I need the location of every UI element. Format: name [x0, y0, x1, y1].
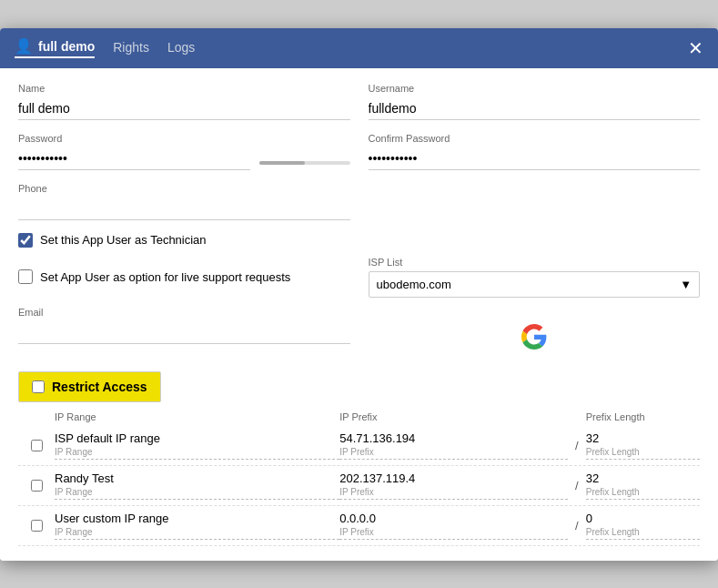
email-google-row: Email	[18, 307, 700, 359]
password-label: Password	[18, 133, 350, 144]
length-cell-3: 0 Prefix Length	[586, 512, 700, 540]
confirm-password-group: Confirm Password	[369, 133, 701, 170]
phone-input[interactable]	[18, 198, 350, 220]
prefix-cell-2: 202.137.119.4 IP Prefix	[339, 471, 568, 500]
live-support-checkbox[interactable]	[18, 269, 33, 284]
dropdown-arrow-icon: ▼	[680, 278, 692, 291]
length-sublabel-2: Prefix Length	[586, 487, 700, 500]
isp-dropdown[interactable]: ubodemo.com ▼	[369, 271, 701, 298]
slash-3: /	[568, 519, 586, 532]
range-cell-1: ISP default IP range IP Range	[55, 431, 339, 460]
range-cell-3: User custom IP range IP Range	[55, 512, 339, 540]
user-icon: 👤	[15, 37, 33, 55]
length-sublabel-1: Prefix Length	[586, 447, 700, 460]
range-cell-2: Randy Test IP Range	[55, 471, 339, 500]
password-input[interactable]	[18, 147, 250, 170]
password-group: Password	[18, 133, 350, 170]
email-group: Email	[18, 307, 350, 344]
live-support-row: Set App User as option for live support …	[18, 269, 350, 284]
header-prefix: IP Prefix	[339, 411, 568, 422]
range-name-2: Randy Test	[55, 471, 339, 485]
rights-tab[interactable]: Rights	[113, 40, 149, 56]
name-username-row: Name Username	[18, 83, 700, 120]
technician-row: Set this App User as Technician	[18, 233, 700, 248]
logs-tab[interactable]: Logs	[167, 40, 195, 56]
table-row: ISP default IP range IP Range 54.71.136.…	[18, 426, 700, 466]
modal-header: 👤 full demo Rights Logs ✕	[0, 28, 718, 68]
modal-container: 👤 full demo Rights Logs ✕ Name Username …	[0, 28, 718, 561]
ip-table-header: IP Range IP Prefix Prefix Length	[18, 408, 700, 426]
length-cell-2: 32 Prefix Length	[586, 471, 700, 500]
restrict-label: Restrict Access	[52, 380, 147, 394]
header-slash	[568, 411, 586, 422]
google-svg	[521, 324, 547, 350]
table-row: User custom IP range IP Range 0.0.0.0 IP…	[18, 506, 700, 546]
length-value-1: 32	[586, 431, 700, 445]
prefix-value-2: 202.137.119.4	[339, 471, 568, 485]
length-cell-1: 32 Prefix Length	[586, 431, 700, 460]
length-value-2: 32	[586, 471, 700, 485]
range-name-1: ISP default IP range	[55, 431, 339, 445]
range-sublabel-3: IP Range	[55, 527, 339, 540]
row-check-2[interactable]	[18, 480, 55, 492]
username-label: Username	[369, 83, 701, 94]
prefix-value-1: 54.71.136.194	[339, 431, 568, 445]
length-value-3: 0	[586, 512, 700, 525]
username-tab-label: full demo	[38, 39, 95, 54]
email-input[interactable]	[18, 321, 350, 344]
username-group: Username	[369, 83, 701, 120]
range-sublabel-1: IP Range	[55, 447, 339, 460]
confirm-password-label: Confirm Password	[369, 133, 701, 144]
row-check-3[interactable]	[18, 520, 55, 532]
confirm-password-input[interactable]	[369, 147, 701, 170]
header-range: IP Range	[55, 411, 339, 422]
technician-checkbox[interactable]	[18, 233, 33, 248]
close-button[interactable]: ✕	[688, 37, 703, 59]
restrict-section: Restrict Access IP Range IP Prefix Prefi…	[18, 371, 700, 546]
table-row: Randy Test IP Range 202.137.119.4 IP Pre…	[18, 466, 700, 506]
name-label: Name	[18, 83, 350, 94]
email-label: Email	[18, 307, 350, 318]
support-isp-row: Set App User as option for live support …	[18, 257, 700, 307]
google-icon[interactable]	[516, 319, 552, 355]
password-row: Password Confirm Password	[18, 133, 700, 170]
phone-group: Phone	[18, 183, 350, 220]
slash-1: /	[568, 439, 586, 452]
live-support-label: Set App User as option for live support …	[40, 270, 290, 284]
range-sublabel-2: IP Range	[55, 487, 339, 500]
ip-row-checkbox-1[interactable]	[31, 440, 43, 451]
name-group: Name	[18, 83, 350, 120]
isp-section: ISP List ubodemo.com ▼	[369, 257, 701, 307]
header-length: Prefix Length	[586, 411, 700, 422]
phone-label: Phone	[18, 183, 350, 194]
technician-label: Set this App User as Technician	[40, 233, 207, 247]
modal-body: Name Username Password Confirm Passw	[0, 68, 718, 561]
prefix-sublabel-1: IP Prefix	[339, 447, 568, 460]
prefix-sublabel-3: IP Prefix	[339, 527, 568, 540]
prefix-sublabel-2: IP Prefix	[339, 487, 568, 500]
phone-row: Phone	[18, 183, 700, 220]
name-input[interactable]	[18, 97, 350, 120]
isp-value: ubodemo.com	[377, 278, 451, 291]
length-sublabel-3: Prefix Length	[586, 527, 700, 540]
prefix-cell-3: 0.0.0.0 IP Prefix	[339, 512, 568, 540]
prefix-value-3: 0.0.0.0	[339, 512, 568, 525]
prefix-cell-1: 54.71.136.194 IP Prefix	[339, 431, 568, 460]
user-tab[interactable]: 👤 full demo	[15, 37, 95, 58]
password-strength-bar	[259, 161, 350, 165]
restrict-checkbox[interactable]	[32, 380, 45, 393]
isp-label: ISP List	[369, 257, 701, 268]
ip-row-checkbox-2[interactable]	[31, 480, 43, 492]
ip-row-checkbox-3[interactable]	[31, 520, 43, 532]
row-check-1[interactable]	[18, 440, 55, 451]
range-name-3: User custom IP range	[55, 512, 339, 525]
username-input[interactable]	[369, 97, 701, 120]
restrict-access-button[interactable]: Restrict Access	[18, 371, 161, 402]
slash-2: /	[568, 479, 586, 492]
